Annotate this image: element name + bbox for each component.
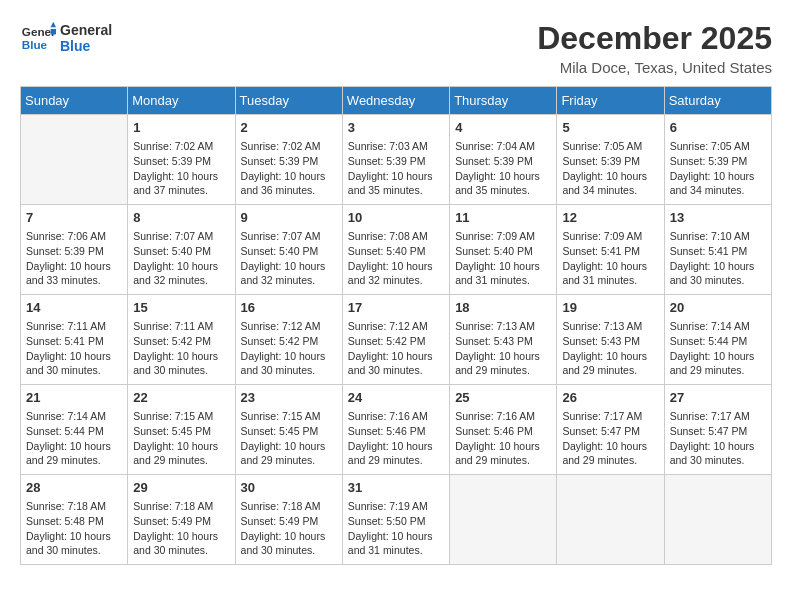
calendar-header-row: SundayMondayTuesdayWednesdayThursdayFrid… — [21, 87, 772, 115]
calendar-cell: 31Sunrise: 7:19 AM Sunset: 5:50 PM Dayli… — [342, 475, 449, 565]
day-info: Sunrise: 7:14 AM Sunset: 5:44 PM Dayligh… — [26, 409, 122, 468]
col-header-saturday: Saturday — [664, 87, 771, 115]
day-info: Sunrise: 7:08 AM Sunset: 5:40 PM Dayligh… — [348, 229, 444, 288]
col-header-monday: Monday — [128, 87, 235, 115]
calendar-week-row: 21Sunrise: 7:14 AM Sunset: 5:44 PM Dayli… — [21, 385, 772, 475]
day-number: 12 — [562, 209, 658, 227]
day-number: 5 — [562, 119, 658, 137]
calendar-cell: 28Sunrise: 7:18 AM Sunset: 5:48 PM Dayli… — [21, 475, 128, 565]
day-info: Sunrise: 7:02 AM Sunset: 5:39 PM Dayligh… — [241, 139, 337, 198]
day-info: Sunrise: 7:16 AM Sunset: 5:46 PM Dayligh… — [348, 409, 444, 468]
calendar-cell: 3Sunrise: 7:03 AM Sunset: 5:39 PM Daylig… — [342, 115, 449, 205]
day-info: Sunrise: 7:07 AM Sunset: 5:40 PM Dayligh… — [241, 229, 337, 288]
calendar-week-row: 1Sunrise: 7:02 AM Sunset: 5:39 PM Daylig… — [21, 115, 772, 205]
day-number: 30 — [241, 479, 337, 497]
month-title: December 2025 — [537, 20, 772, 57]
calendar-cell: 19Sunrise: 7:13 AM Sunset: 5:43 PM Dayli… — [557, 295, 664, 385]
day-info: Sunrise: 7:10 AM Sunset: 5:41 PM Dayligh… — [670, 229, 766, 288]
day-info: Sunrise: 7:02 AM Sunset: 5:39 PM Dayligh… — [133, 139, 229, 198]
calendar-cell: 26Sunrise: 7:17 AM Sunset: 5:47 PM Dayli… — [557, 385, 664, 475]
day-info: Sunrise: 7:05 AM Sunset: 5:39 PM Dayligh… — [562, 139, 658, 198]
calendar-cell: 9Sunrise: 7:07 AM Sunset: 5:40 PM Daylig… — [235, 205, 342, 295]
day-number: 1 — [133, 119, 229, 137]
day-info: Sunrise: 7:07 AM Sunset: 5:40 PM Dayligh… — [133, 229, 229, 288]
day-info: Sunrise: 7:17 AM Sunset: 5:47 PM Dayligh… — [562, 409, 658, 468]
day-number: 14 — [26, 299, 122, 317]
col-header-thursday: Thursday — [450, 87, 557, 115]
calendar-cell: 6Sunrise: 7:05 AM Sunset: 5:39 PM Daylig… — [664, 115, 771, 205]
calendar-cell: 22Sunrise: 7:15 AM Sunset: 5:45 PM Dayli… — [128, 385, 235, 475]
day-number: 11 — [455, 209, 551, 227]
day-number: 19 — [562, 299, 658, 317]
day-number: 7 — [26, 209, 122, 227]
day-info: Sunrise: 7:11 AM Sunset: 5:41 PM Dayligh… — [26, 319, 122, 378]
day-info: Sunrise: 7:13 AM Sunset: 5:43 PM Dayligh… — [455, 319, 551, 378]
day-number: 16 — [241, 299, 337, 317]
day-number: 17 — [348, 299, 444, 317]
day-info: Sunrise: 7:11 AM Sunset: 5:42 PM Dayligh… — [133, 319, 229, 378]
day-info: Sunrise: 7:06 AM Sunset: 5:39 PM Dayligh… — [26, 229, 122, 288]
calendar-cell: 13Sunrise: 7:10 AM Sunset: 5:41 PM Dayli… — [664, 205, 771, 295]
day-number: 2 — [241, 119, 337, 137]
title-block: December 2025 Mila Doce, Texas, United S… — [537, 20, 772, 76]
svg-text:Blue: Blue — [22, 38, 48, 51]
day-info: Sunrise: 7:19 AM Sunset: 5:50 PM Dayligh… — [348, 499, 444, 558]
logo-icon: General Blue — [20, 20, 56, 56]
day-number: 18 — [455, 299, 551, 317]
day-number: 20 — [670, 299, 766, 317]
calendar-cell: 29Sunrise: 7:18 AM Sunset: 5:49 PM Dayli… — [128, 475, 235, 565]
location: Mila Doce, Texas, United States — [537, 59, 772, 76]
day-info: Sunrise: 7:16 AM Sunset: 5:46 PM Dayligh… — [455, 409, 551, 468]
calendar-cell: 27Sunrise: 7:17 AM Sunset: 5:47 PM Dayli… — [664, 385, 771, 475]
day-info: Sunrise: 7:15 AM Sunset: 5:45 PM Dayligh… — [133, 409, 229, 468]
day-number: 9 — [241, 209, 337, 227]
calendar-cell: 21Sunrise: 7:14 AM Sunset: 5:44 PM Dayli… — [21, 385, 128, 475]
day-info: Sunrise: 7:12 AM Sunset: 5:42 PM Dayligh… — [241, 319, 337, 378]
col-header-friday: Friday — [557, 87, 664, 115]
calendar-cell: 24Sunrise: 7:16 AM Sunset: 5:46 PM Dayli… — [342, 385, 449, 475]
calendar-week-row: 7Sunrise: 7:06 AM Sunset: 5:39 PM Daylig… — [21, 205, 772, 295]
day-number: 27 — [670, 389, 766, 407]
calendar-cell: 5Sunrise: 7:05 AM Sunset: 5:39 PM Daylig… — [557, 115, 664, 205]
day-number: 10 — [348, 209, 444, 227]
logo-general: General — [60, 22, 112, 38]
day-info: Sunrise: 7:03 AM Sunset: 5:39 PM Dayligh… — [348, 139, 444, 198]
day-info: Sunrise: 7:17 AM Sunset: 5:47 PM Dayligh… — [670, 409, 766, 468]
day-number: 26 — [562, 389, 658, 407]
calendar-cell: 7Sunrise: 7:06 AM Sunset: 5:39 PM Daylig… — [21, 205, 128, 295]
page-header: General Blue General Blue December 2025 … — [20, 20, 772, 76]
calendar-cell: 12Sunrise: 7:09 AM Sunset: 5:41 PM Dayli… — [557, 205, 664, 295]
day-info: Sunrise: 7:13 AM Sunset: 5:43 PM Dayligh… — [562, 319, 658, 378]
calendar-table: SundayMondayTuesdayWednesdayThursdayFrid… — [20, 86, 772, 565]
day-info: Sunrise: 7:04 AM Sunset: 5:39 PM Dayligh… — [455, 139, 551, 198]
day-info: Sunrise: 7:09 AM Sunset: 5:41 PM Dayligh… — [562, 229, 658, 288]
calendar-cell: 11Sunrise: 7:09 AM Sunset: 5:40 PM Dayli… — [450, 205, 557, 295]
svg-marker-3 — [51, 29, 56, 34]
calendar-cell — [21, 115, 128, 205]
calendar-cell: 4Sunrise: 7:04 AM Sunset: 5:39 PM Daylig… — [450, 115, 557, 205]
calendar-cell: 17Sunrise: 7:12 AM Sunset: 5:42 PM Dayli… — [342, 295, 449, 385]
calendar-cell: 14Sunrise: 7:11 AM Sunset: 5:41 PM Dayli… — [21, 295, 128, 385]
day-number: 3 — [348, 119, 444, 137]
day-info: Sunrise: 7:05 AM Sunset: 5:39 PM Dayligh… — [670, 139, 766, 198]
day-number: 23 — [241, 389, 337, 407]
day-number: 21 — [26, 389, 122, 407]
day-number: 31 — [348, 479, 444, 497]
calendar-cell — [664, 475, 771, 565]
day-info: Sunrise: 7:12 AM Sunset: 5:42 PM Dayligh… — [348, 319, 444, 378]
day-number: 6 — [670, 119, 766, 137]
day-info: Sunrise: 7:14 AM Sunset: 5:44 PM Dayligh… — [670, 319, 766, 378]
calendar-week-row: 28Sunrise: 7:18 AM Sunset: 5:48 PM Dayli… — [21, 475, 772, 565]
logo-blue: Blue — [60, 38, 112, 54]
day-number: 4 — [455, 119, 551, 137]
day-number: 8 — [133, 209, 229, 227]
day-number: 29 — [133, 479, 229, 497]
day-info: Sunrise: 7:15 AM Sunset: 5:45 PM Dayligh… — [241, 409, 337, 468]
calendar-cell: 16Sunrise: 7:12 AM Sunset: 5:42 PM Dayli… — [235, 295, 342, 385]
col-header-wednesday: Wednesday — [342, 87, 449, 115]
day-number: 13 — [670, 209, 766, 227]
col-header-sunday: Sunday — [21, 87, 128, 115]
day-number: 15 — [133, 299, 229, 317]
logo: General Blue General Blue — [20, 20, 112, 56]
calendar-cell: 30Sunrise: 7:18 AM Sunset: 5:49 PM Dayli… — [235, 475, 342, 565]
